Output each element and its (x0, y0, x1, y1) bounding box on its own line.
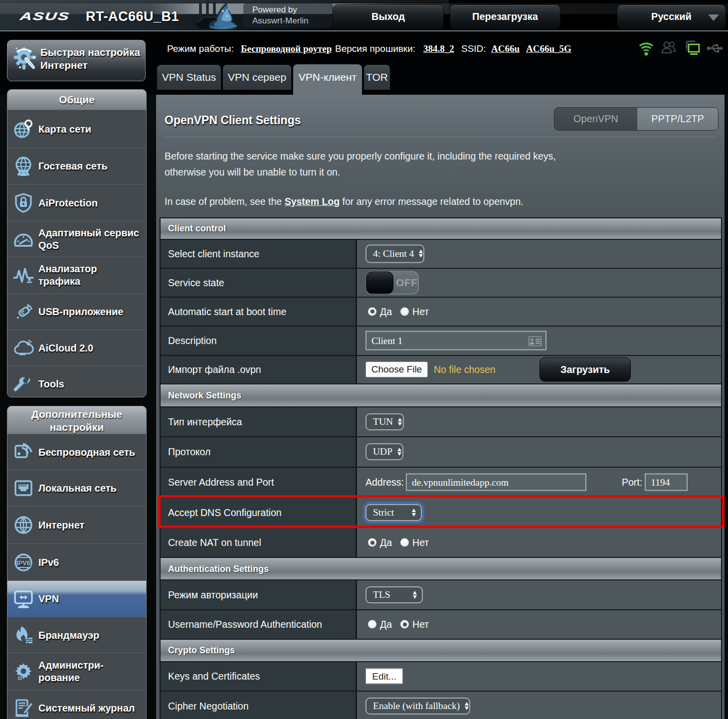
svg-text:IPV6: IPV6 (16, 559, 30, 567)
